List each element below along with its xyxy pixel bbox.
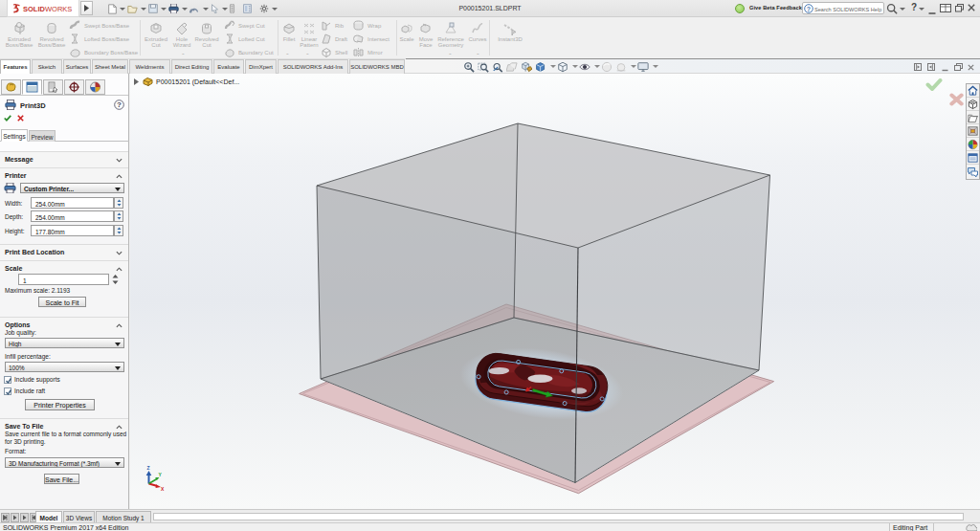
svg-text:WORKS: WORKS	[45, 5, 72, 13]
svg-text:Z: Z	[147, 465, 150, 471]
svg-text:Y: Y	[159, 472, 163, 477]
svg-text:?: ?	[117, 100, 122, 109]
svg-text:?: ?	[807, 6, 811, 12]
svg-text:X: X	[161, 486, 165, 492]
svg-text:SOLID: SOLID	[23, 5, 46, 13]
